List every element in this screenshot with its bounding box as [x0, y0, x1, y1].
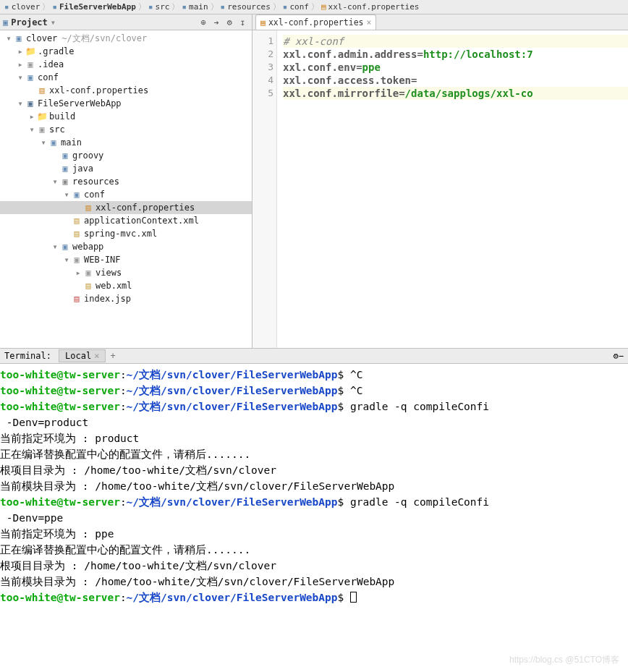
chevron-right-icon[interactable]: ▸	[74, 268, 82, 277]
gear-icon[interactable]: ⚙	[614, 351, 619, 361]
tree-node[interactable]: ▣java	[0, 162, 252, 175]
chevron-right-icon: 〉	[138, 1, 146, 12]
expand-icon[interactable]: ➔	[210, 16, 223, 29]
tree-node[interactable]: ▸▣views	[0, 266, 252, 279]
tree-node[interactable]: ▾▣clover~/文档/svn/clover	[0, 32, 252, 45]
chevron-down-icon[interactable]: ▾	[4, 34, 13, 43]
tree-node[interactable]: ▤spring-mvc.xml	[0, 227, 252, 240]
tree-label: main	[61, 137, 82, 148]
chevron-right-icon: 〉	[171, 1, 179, 12]
close-icon[interactable]: ×	[94, 351, 99, 361]
folder-icon: ▣	[25, 59, 35, 69]
breadcrumb-item[interactable]: conf	[289, 2, 309, 12]
chevron-down-icon[interactable]: ▾	[27, 125, 36, 134]
project-tree[interactable]: ▾▣clover~/文档/svn/clover▸📁.gradle▸▣.idea▾…	[0, 30, 252, 348]
terminal[interactable]: too-white@tw-server:~/文档/svn/clover/File…	[0, 364, 628, 672]
terminal-line: 当前指定环境为 : ppe	[0, 526, 624, 542]
tab-xxl-conf[interactable]: ▤ xxl-conf.properties ×	[255, 14, 376, 30]
tree-node[interactable]: ▸▣.idea	[0, 58, 252, 71]
chevron-down-icon[interactable]: ▾	[39, 138, 48, 147]
code-line[interactable]: xxl.conf.mirrorfile=/data/sapplogs/xxl-c…	[283, 87, 628, 100]
chevron-right-icon[interactable]: ▸	[16, 60, 25, 69]
tree-node[interactable]: ▾▣src	[0, 123, 252, 136]
gear-icon[interactable]: ⚙	[223, 16, 236, 29]
tree-node[interactable]: ▤xxl-conf.properties	[0, 201, 252, 214]
tree-node[interactable]: ▾▣FileServerWebApp	[0, 97, 252, 110]
folder-icon: ▣	[48, 137, 59, 148]
add-terminal-icon[interactable]: +	[110, 351, 115, 361]
tree-node[interactable]: ▾▣WEB-INF	[0, 253, 252, 266]
tree-label: .idea	[38, 59, 64, 69]
watermark: https://blog.cs @51CTO博客	[509, 654, 619, 666]
tree-label: resources	[72, 176, 119, 187]
folder-icon: ▣	[25, 98, 35, 109]
editor-tab-label: xxl-conf.properties	[268, 17, 364, 27]
folder-icon: ▣	[3, 17, 8, 27]
code-area[interactable]: # xxl-confxxl.conf.admin.address=http://…	[277, 30, 628, 348]
tree-node[interactable]: ▤xxl-conf.properties	[0, 84, 252, 97]
breadcrumb-item[interactable]: main	[189, 2, 208, 12]
breadcrumb-item[interactable]: FileServerWebApp	[59, 2, 136, 12]
minimize-icon[interactable]: −	[619, 351, 624, 361]
folder-icon: ▣	[60, 163, 70, 174]
tree-label: .gradle	[38, 46, 75, 56]
tree-node[interactable]: ▾▣main	[0, 136, 252, 149]
chevron-right-icon[interactable]: ▸	[16, 47, 25, 56]
line-number: 5	[253, 87, 273, 100]
breadcrumb-item[interactable]: xxl-conf.properties	[328, 2, 420, 12]
tree-label: webapp	[72, 242, 103, 252]
tree-node[interactable]: ▤index.jsp	[0, 292, 252, 305]
hide-icon[interactable]: ↧	[236, 16, 249, 29]
blank	[62, 229, 71, 238]
tree-node[interactable]: ▸📁.gradle	[0, 45, 252, 58]
folder-icon: 📁	[25, 46, 35, 56]
chevron-down-icon[interactable]: ▾	[51, 177, 59, 186]
file-icon: ▤	[83, 281, 93, 291]
chevron-down-icon[interactable]: ▾	[51, 242, 59, 251]
folder-icon: ▣	[83, 268, 93, 278]
editor-panel: ▤ xxl-conf.properties × 12345 # xxl-conf…	[253, 14, 628, 348]
chevron-down-icon[interactable]: ▾	[62, 255, 71, 264]
terminal-tab-local[interactable]: Local ×	[59, 349, 106, 362]
folder-icon: ▪	[182, 2, 187, 12]
tree-node[interactable]: ▣groovy	[0, 149, 252, 162]
breadcrumb-item[interactable]: clover	[12, 2, 41, 12]
folder-icon: ▣	[37, 124, 47, 135]
tree-node[interactable]: ▤applicationContext.xml	[0, 214, 252, 227]
tree-label: FileServerWebApp	[38, 98, 122, 109]
tree-node[interactable]: ▤web.xml	[0, 279, 252, 292]
tree-node[interactable]: ▾▣resources	[0, 175, 252, 188]
chevron-down-icon[interactable]: ▾	[16, 73, 25, 82]
tree-node[interactable]: ▾▣conf	[0, 188, 252, 201]
folder-icon: ▣	[72, 255, 82, 265]
code-line[interactable]: xxl.conf.admin.address=http://localhost:…	[283, 48, 628, 61]
close-icon[interactable]: ×	[367, 17, 372, 27]
chevron-right-icon[interactable]: ▸	[27, 112, 36, 121]
chevron-down-icon[interactable]: ▾	[16, 99, 25, 108]
terminal-line: 根项目目录为 : /home/too-white/文档/svn/clover	[0, 558, 624, 574]
blank	[62, 294, 71, 303]
collapse-icon[interactable]: ⊕	[197, 16, 210, 29]
folder-icon: ▣	[60, 150, 70, 161]
editor-body[interactable]: 12345 # xxl-confxxl.conf.admin.address=h…	[253, 30, 628, 348]
file-icon: ▤	[37, 85, 47, 95]
terminal-line: too-white@tw-server:~/文档/svn/clover/File…	[0, 590, 624, 605]
breadcrumb-item[interactable]: src	[156, 2, 170, 12]
dropdown-icon[interactable]: ▾	[51, 17, 56, 27]
file-icon: ▤	[321, 2, 326, 12]
tree-label: conf	[38, 72, 59, 82]
tree-label: src	[49, 124, 65, 135]
tree-node[interactable]: ▾▣webapp	[0, 240, 252, 253]
tree-label: clover	[26, 33, 57, 43]
code-line[interactable]: xxl.conf.access.token=	[283, 74, 628, 87]
folder-icon: ▪	[283, 2, 288, 12]
tree-node[interactable]: ▾▣conf	[0, 71, 252, 84]
terminal-tab-label: Local	[65, 351, 91, 361]
terminal-line: too-white@tw-server:~/文档/svn/clover/File…	[0, 367, 624, 383]
terminal-title: Terminal:	[4, 351, 51, 361]
breadcrumb-item[interactable]: resources	[227, 2, 271, 12]
chevron-down-icon[interactable]: ▾	[62, 190, 71, 199]
tree-node[interactable]: ▸📁build	[0, 110, 252, 123]
code-line[interactable]: xxl.conf.env=ppe	[283, 61, 628, 74]
code-line[interactable]: # xxl-conf	[283, 35, 628, 48]
